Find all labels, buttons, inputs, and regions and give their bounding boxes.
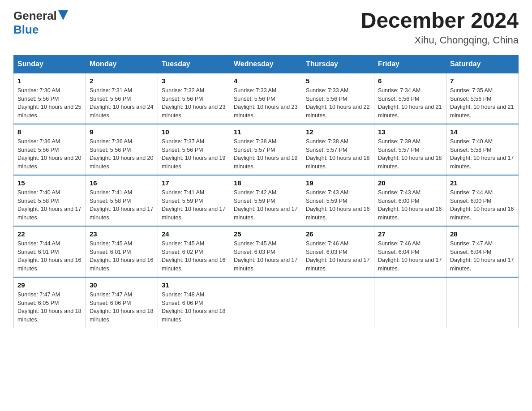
calendar-cell: 9 Sunrise: 7:36 AMSunset: 5:56 PMDayligh… xyxy=(86,124,158,175)
day-info: Sunrise: 7:42 AMSunset: 5:59 PMDaylight:… xyxy=(234,188,298,222)
day-info: Sunrise: 7:46 AMSunset: 6:04 PMDaylight:… xyxy=(378,240,442,273)
calendar-table: SundayMondayTuesdayWednesdayThursdayFrid… xyxy=(13,55,519,328)
day-info: Sunrise: 7:38 AMSunset: 5:57 PMDaylight:… xyxy=(306,137,370,171)
day-info: Sunrise: 7:45 AMSunset: 6:03 PMDaylight:… xyxy=(234,240,298,273)
calendar-cell: 14 Sunrise: 7:40 AMSunset: 5:58 PMDaylig… xyxy=(446,124,519,175)
weekday-header-friday: Friday xyxy=(374,55,446,73)
day-number: 24 xyxy=(162,230,226,238)
page-header: General Blue December 2024 Xihu, Chongqi… xyxy=(13,9,519,46)
calendar-cell: 20 Sunrise: 7:43 AMSunset: 6:00 PMDaylig… xyxy=(374,175,446,226)
day-info: Sunrise: 7:43 AMSunset: 6:00 PMDaylight:… xyxy=(378,188,442,222)
title-block: December 2024 Xihu, Chongqing, China xyxy=(361,9,519,46)
day-info: Sunrise: 7:47 AMSunset: 6:05 PMDaylight:… xyxy=(17,291,82,324)
day-number: 16 xyxy=(90,179,154,187)
day-info: Sunrise: 7:32 AMSunset: 5:56 PMDaylight:… xyxy=(162,86,226,120)
calendar-cell: 19 Sunrise: 7:43 AMSunset: 5:59 PMDaylig… xyxy=(302,175,374,226)
day-info: Sunrise: 7:43 AMSunset: 5:59 PMDaylight:… xyxy=(306,188,370,222)
calendar-cell: 29 Sunrise: 7:47 AMSunset: 6:05 PMDaylig… xyxy=(14,277,86,328)
calendar-cell: 3 Sunrise: 7:32 AMSunset: 5:56 PMDayligh… xyxy=(158,73,230,124)
day-info: Sunrise: 7:35 AMSunset: 5:56 PMDaylight:… xyxy=(450,86,515,120)
day-info: Sunrise: 7:34 AMSunset: 5:56 PMDaylight:… xyxy=(378,86,442,120)
calendar-cell: 30 Sunrise: 7:47 AMSunset: 6:06 PMDaylig… xyxy=(86,277,158,328)
day-number: 19 xyxy=(306,179,370,187)
day-info: Sunrise: 7:45 AMSunset: 6:02 PMDaylight:… xyxy=(162,240,226,273)
calendar-cell: 7 Sunrise: 7:35 AMSunset: 5:56 PMDayligh… xyxy=(446,73,519,124)
day-number: 6 xyxy=(378,77,442,85)
day-number: 30 xyxy=(90,281,154,289)
calendar-cell: 25 Sunrise: 7:45 AMSunset: 6:03 PMDaylig… xyxy=(230,226,302,277)
calendar-cell: 27 Sunrise: 7:46 AMSunset: 6:04 PMDaylig… xyxy=(374,226,446,277)
calendar-cell: 12 Sunrise: 7:38 AMSunset: 5:57 PMDaylig… xyxy=(302,124,374,175)
day-number: 15 xyxy=(17,179,82,187)
logo-general-text: General xyxy=(13,9,57,23)
calendar-cell: 17 Sunrise: 7:41 AMSunset: 5:59 PMDaylig… xyxy=(158,175,230,226)
day-number: 26 xyxy=(306,230,370,238)
day-info: Sunrise: 7:48 AMSunset: 6:06 PMDaylight:… xyxy=(162,291,226,324)
calendar-cell: 26 Sunrise: 7:46 AMSunset: 6:03 PMDaylig… xyxy=(302,226,374,277)
day-info: Sunrise: 7:45 AMSunset: 6:01 PMDaylight:… xyxy=(90,240,154,273)
calendar-cell xyxy=(230,277,302,328)
day-number: 20 xyxy=(378,179,442,187)
calendar-cell: 28 Sunrise: 7:47 AMSunset: 6:04 PMDaylig… xyxy=(446,226,519,277)
calendar-cell: 11 Sunrise: 7:38 AMSunset: 5:57 PMDaylig… xyxy=(230,124,302,175)
day-info: Sunrise: 7:47 AMSunset: 6:04 PMDaylight:… xyxy=(450,240,515,273)
day-info: Sunrise: 7:33 AMSunset: 5:56 PMDaylight:… xyxy=(306,86,370,120)
calendar-cell: 16 Sunrise: 7:41 AMSunset: 5:58 PMDaylig… xyxy=(86,175,158,226)
week-row-5: 29 Sunrise: 7:47 AMSunset: 6:05 PMDaylig… xyxy=(14,277,519,328)
location-title: Xihu, Chongqing, China xyxy=(361,34,519,46)
calendar-cell: 22 Sunrise: 7:44 AMSunset: 6:01 PMDaylig… xyxy=(14,226,86,277)
weekday-header-tuesday: Tuesday xyxy=(158,55,230,73)
calendar-cell xyxy=(374,277,446,328)
day-number: 23 xyxy=(90,230,154,238)
day-info: Sunrise: 7:44 AMSunset: 6:00 PMDaylight:… xyxy=(450,188,515,222)
calendar-cell xyxy=(302,277,374,328)
day-info: Sunrise: 7:46 AMSunset: 6:03 PMDaylight:… xyxy=(306,240,370,273)
day-info: Sunrise: 7:31 AMSunset: 5:56 PMDaylight:… xyxy=(90,86,154,120)
logo-arrow-icon xyxy=(58,10,68,20)
day-number: 21 xyxy=(450,179,515,187)
calendar-cell: 10 Sunrise: 7:37 AMSunset: 5:56 PMDaylig… xyxy=(158,124,230,175)
day-info: Sunrise: 7:36 AMSunset: 5:56 PMDaylight:… xyxy=(17,137,82,171)
day-number: 7 xyxy=(450,77,515,85)
day-number: 11 xyxy=(234,128,298,136)
calendar-cell: 24 Sunrise: 7:45 AMSunset: 6:02 PMDaylig… xyxy=(158,226,230,277)
weekday-header-monday: Monday xyxy=(86,55,158,73)
weekday-header-thursday: Thursday xyxy=(302,55,374,73)
day-number: 29 xyxy=(17,281,82,289)
day-info: Sunrise: 7:44 AMSunset: 6:01 PMDaylight:… xyxy=(17,240,82,273)
calendar-cell: 23 Sunrise: 7:45 AMSunset: 6:01 PMDaylig… xyxy=(86,226,158,277)
day-number: 10 xyxy=(162,128,226,136)
day-number: 22 xyxy=(17,230,82,238)
day-number: 27 xyxy=(378,230,442,238)
day-number: 13 xyxy=(378,128,442,136)
day-number: 5 xyxy=(306,77,370,85)
weekday-header-wednesday: Wednesday xyxy=(230,55,302,73)
calendar-cell xyxy=(446,277,519,328)
day-number: 8 xyxy=(17,128,82,136)
day-info: Sunrise: 7:40 AMSunset: 5:58 PMDaylight:… xyxy=(450,137,515,171)
month-title: December 2024 xyxy=(361,9,519,33)
day-info: Sunrise: 7:37 AMSunset: 5:56 PMDaylight:… xyxy=(162,137,226,171)
day-number: 2 xyxy=(90,77,154,85)
week-row-3: 15 Sunrise: 7:40 AMSunset: 5:58 PMDaylig… xyxy=(14,175,519,226)
day-info: Sunrise: 7:41 AMSunset: 5:59 PMDaylight:… xyxy=(162,188,226,222)
logo-blue-text: Blue xyxy=(13,23,39,37)
day-number: 17 xyxy=(162,179,226,187)
calendar-cell: 8 Sunrise: 7:36 AMSunset: 5:56 PMDayligh… xyxy=(14,124,86,175)
weekday-header-row: SundayMondayTuesdayWednesdayThursdayFrid… xyxy=(14,55,519,73)
day-number: 1 xyxy=(17,77,82,85)
svg-marker-0 xyxy=(58,10,68,20)
day-number: 18 xyxy=(234,179,298,187)
calendar-cell: 31 Sunrise: 7:48 AMSunset: 6:06 PMDaylig… xyxy=(158,277,230,328)
day-number: 9 xyxy=(90,128,154,136)
week-row-4: 22 Sunrise: 7:44 AMSunset: 6:01 PMDaylig… xyxy=(14,226,519,277)
day-info: Sunrise: 7:40 AMSunset: 5:58 PMDaylight:… xyxy=(17,188,82,222)
week-row-2: 8 Sunrise: 7:36 AMSunset: 5:56 PMDayligh… xyxy=(14,124,519,175)
day-number: 31 xyxy=(162,281,226,289)
day-info: Sunrise: 7:33 AMSunset: 5:56 PMDaylight:… xyxy=(234,86,298,120)
day-info: Sunrise: 7:38 AMSunset: 5:57 PMDaylight:… xyxy=(234,137,298,171)
calendar-cell: 6 Sunrise: 7:34 AMSunset: 5:56 PMDayligh… xyxy=(374,73,446,124)
calendar-cell: 5 Sunrise: 7:33 AMSunset: 5:56 PMDayligh… xyxy=(302,73,374,124)
day-info: Sunrise: 7:39 AMSunset: 5:57 PMDaylight:… xyxy=(378,137,442,171)
logo: General Blue xyxy=(13,9,68,37)
